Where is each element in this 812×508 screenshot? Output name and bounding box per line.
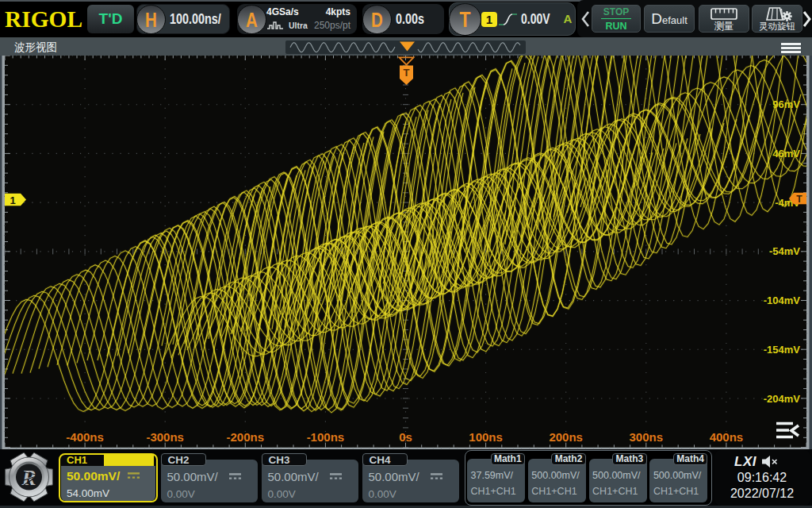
svg-text:46mV: 46mV bbox=[772, 148, 800, 160]
svg-text:100ns: 100ns bbox=[469, 430, 503, 444]
svg-text:-300ns: -300ns bbox=[146, 430, 184, 444]
svg-text:96mV: 96mV bbox=[772, 98, 800, 110]
svg-text:-204mV: -204mV bbox=[764, 393, 801, 405]
svg-text:-154mV: -154mV bbox=[764, 344, 801, 356]
svg-text:300ns: 300ns bbox=[630, 430, 664, 444]
svg-text:-104mV: -104mV bbox=[764, 294, 801, 306]
svg-text:-100ns: -100ns bbox=[307, 430, 345, 444]
svg-text:0s: 0s bbox=[399, 430, 412, 444]
svg-text:-54mV: -54mV bbox=[769, 245, 800, 257]
svg-text:1: 1 bbox=[10, 194, 15, 206]
svg-text:-200ns: -200ns bbox=[227, 430, 265, 444]
svg-text:200ns: 200ns bbox=[549, 430, 583, 444]
svg-text:T: T bbox=[404, 67, 410, 79]
svg-text:400ns: 400ns bbox=[710, 430, 744, 444]
svg-text:T: T bbox=[796, 194, 802, 205]
svg-text:-400ns: -400ns bbox=[66, 430, 104, 444]
